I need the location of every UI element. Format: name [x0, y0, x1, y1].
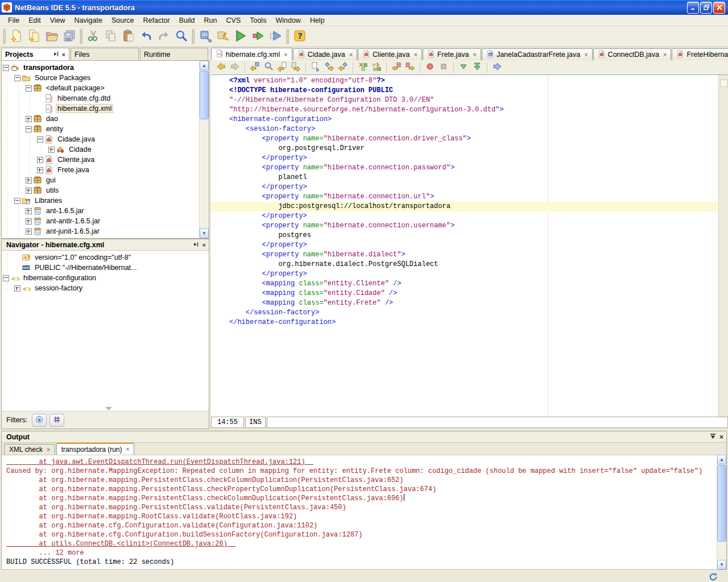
scroll-up-button[interactable]: ▲	[717, 455, 726, 464]
project-node-hibernate-cfg-dtd[interactable]: <?>hibernate.cfg.dtd	[2, 93, 199, 103]
nav-back-button[interactable]	[214, 61, 228, 74]
close-icon[interactable]: ×	[584, 51, 588, 58]
next-match-button[interactable]	[289, 61, 303, 74]
menu-window[interactable]: Window	[271, 15, 305, 26]
pin-icon[interactable]	[193, 241, 199, 249]
scroll-thumb[interactable]	[717, 465, 726, 542]
menu-edit[interactable]: Edit	[24, 15, 46, 26]
expand-icon[interactable]	[37, 157, 43, 163]
editor-tab-connectdb-java[interactable]: ConnectDB.java×	[593, 48, 672, 60]
collapse-icon[interactable]	[3, 275, 9, 281]
menu-source[interactable]: Source	[107, 15, 139, 26]
expand-icon[interactable]	[26, 188, 32, 194]
project-node-cliente-java[interactable]: Cliente.java	[2, 155, 199, 165]
tab-files[interactable]: Files	[71, 48, 139, 60]
menu-view[interactable]: View	[46, 15, 70, 26]
find-button[interactable]	[172, 28, 190, 45]
check-xml-button[interactable]	[356, 61, 370, 74]
expand-icon[interactable]	[37, 167, 43, 173]
find-selection-button[interactable]	[262, 61, 275, 74]
close-icon[interactable]: ×	[663, 51, 667, 58]
menu-tools[interactable]: Tools	[245, 15, 271, 26]
tab-projects[interactable]: Projects×	[1, 48, 69, 60]
menu-refactor[interactable]: Refactor	[139, 15, 175, 26]
expand-icon[interactable]	[14, 285, 20, 292]
stop-macro-button[interactable]	[437, 61, 450, 74]
collapse-icon[interactable]	[14, 198, 20, 204]
close-icon[interactable]: ×	[473, 51, 476, 58]
error-stripe[interactable]	[718, 75, 728, 417]
undo-button[interactable]	[137, 28, 155, 45]
navigator-node-hibernate-configuration[interactable]: <>hibernate-configuration	[2, 273, 209, 283]
collapse-icon[interactable]	[14, 75, 20, 81]
project-node-entity[interactable]: entity	[2, 124, 199, 134]
editor-tab-janelacadastrarfrete-java[interactable]: JanelaCadastrarFrete.java×	[482, 48, 593, 60]
editor-tab-hibernate-cfg-xml[interactable]: <?>hibernate.cfg.xml×	[211, 48, 292, 60]
collapse-icon[interactable]	[26, 126, 32, 132]
menu-file[interactable]: File	[3, 15, 24, 26]
scroll-thumb[interactable]	[200, 71, 209, 119]
open-project-button[interactable]	[43, 28, 60, 45]
project-node-transportadora[interactable]: transportadora	[2, 63, 199, 73]
build-main-project-button[interactable]: 101	[196, 28, 214, 45]
scroll-down-button[interactable]: ▼	[717, 560, 726, 569]
editor-tab-cidade-java[interactable]: Cidade.java×	[293, 48, 357, 60]
collapse-handle-icon[interactable]	[105, 407, 112, 410]
goto-button[interactable]	[490, 61, 504, 74]
shift-left-button[interactable]	[390, 61, 403, 74]
output-scrollbar[interactable]: ▲ ▼	[717, 455, 726, 569]
minimize-window-icon[interactable]	[710, 433, 716, 441]
menu-run[interactable]: Run	[200, 15, 222, 26]
prev-match-button[interactable]	[275, 61, 289, 74]
new-element-button[interactable]	[309, 61, 322, 74]
pin-icon[interactable]	[53, 51, 59, 59]
filter-grid-button[interactable]	[49, 414, 64, 427]
close-icon[interactable]: ×	[413, 51, 417, 58]
help-button[interactable]: ?	[291, 28, 308, 45]
expand-icon[interactable]	[26, 177, 32, 184]
expand-icon[interactable]	[26, 218, 32, 225]
next-diamond-button[interactable]	[322, 61, 336, 74]
collapse-icon[interactable]	[37, 136, 43, 143]
collapse-icon[interactable]	[26, 85, 32, 92]
editor-tab-cliente-java[interactable]: Cliente.java×	[358, 48, 422, 60]
project-node-ant-junit-1-6-5-jar[interactable]: ant-junit-1.6.5.jar	[2, 226, 199, 236]
navigator-node-version-1-0-encoding-utf-8[interactable]: <?version="1.0" encoding="utf-8"	[2, 252, 209, 263]
close-icon[interactable]: ×	[349, 51, 353, 58]
run-main-project-button[interactable]	[231, 28, 249, 45]
project-node-utils[interactable]: utils	[2, 185, 199, 196]
collapse-icon[interactable]	[3, 65, 9, 71]
expand-icon[interactable]	[26, 208, 32, 214]
next-fold-button[interactable]	[457, 61, 470, 74]
scroll-down-button[interactable]: ▼	[200, 228, 209, 238]
project-node-frete-java[interactable]: Frete.java	[2, 165, 199, 175]
project-node-ant-antlr-1-6-5-jar[interactable]: ant-antlr-1.6.5.jar	[2, 216, 199, 226]
menu-help[interactable]: Help	[305, 15, 329, 26]
record-macro-button[interactable]	[423, 61, 437, 74]
code-editor[interactable]: <?xml version="1.0" encoding="utf-8"?><!…	[211, 76, 718, 327]
restore-button[interactable]	[700, 2, 712, 14]
filter-attributes-button[interactable]: a	[32, 414, 47, 427]
save-all-button[interactable]	[60, 28, 78, 45]
copy-button[interactable]	[102, 28, 119, 45]
project-node-ant-1-6-5-jar[interactable]: ant-1.6.5.jar	[2, 206, 199, 216]
new-file-wizard-button[interactable]	[25, 28, 43, 45]
run-file-button[interactable]	[249, 28, 267, 45]
debug-main-project-button[interactable]	[267, 28, 284, 45]
project-node-hibernate-cfg-xml[interactable]: <?>hibernate.cfg.xml	[2, 103, 199, 114]
stack-trace-link[interactable]: at java.awt.EventDispatchThread.run(Even…	[6, 458, 717, 467]
projects-scrollbar[interactable]: ▲ ▼	[199, 61, 209, 238]
tab-runtime[interactable]: Runtime	[140, 48, 208, 60]
new-file-button[interactable]	[7, 28, 25, 45]
navigator-node-session-factory[interactable]: <>session-factory	[2, 283, 209, 293]
menu-cvs[interactable]: CVS	[222, 15, 246, 26]
stack-trace-link[interactable]: at utils.ConnectDB.<clinit>(ConnectDB.ja…	[6, 539, 717, 548]
editor-area[interactable]: <?xml version="1.0" encoding="utf-8"?><!…	[211, 75, 718, 417]
expand-folds-button[interactable]	[470, 61, 484, 74]
paste-button[interactable]	[119, 28, 137, 45]
cut-button[interactable]	[84, 28, 102, 45]
minimize-button[interactable]	[687, 2, 699, 14]
project-node-libraries[interactable]: Libraries	[2, 196, 199, 206]
output-console[interactable]: at java.awt.EventDispatchThread.run(Even…	[2, 455, 717, 569]
project-node-source-packages[interactable]: Source Packages	[2, 73, 199, 83]
